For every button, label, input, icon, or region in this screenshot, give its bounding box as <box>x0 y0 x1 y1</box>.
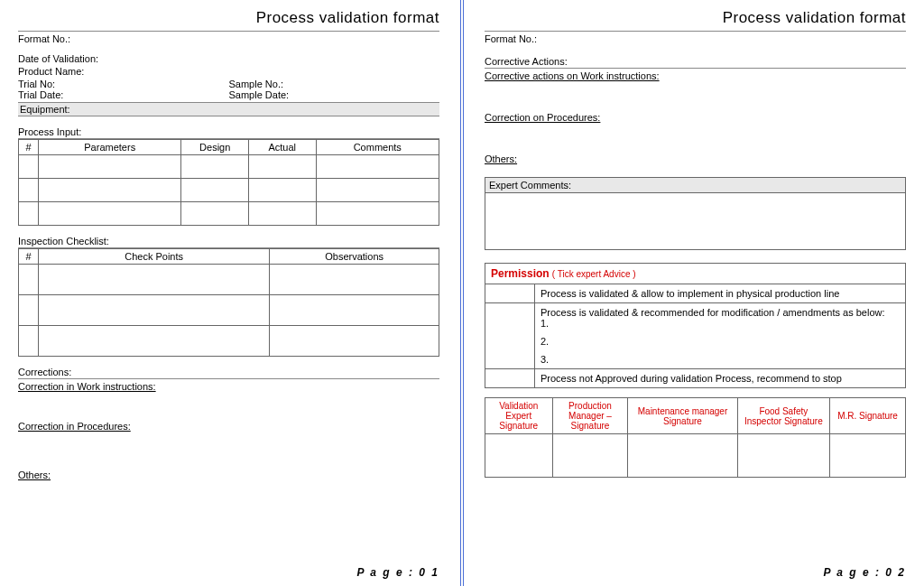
ic-col-checkpoints: Check Points <box>39 249 270 265</box>
ic-col-num: # <box>19 249 39 265</box>
permission-option-row: Process is validated & allow to implemen… <box>485 284 906 303</box>
expert-comments-heading: Expert Comments: <box>485 178 905 193</box>
pi-col-num: # <box>19 140 39 155</box>
trial-sample-row-1: Trial No: Sample No.: <box>18 79 439 89</box>
process-input-table: # Parameters Design Actual Comments <box>18 139 439 226</box>
format-no-label: Format No.: <box>18 33 439 44</box>
permission-option-2-item-3: 3. <box>541 354 900 365</box>
permission-option-2-intro: Process is validated & recommended for m… <box>541 307 900 318</box>
trial-no-label: Trial No: <box>18 79 229 89</box>
permission-subheading: ( Tick expert Advice ) <box>552 269 636 279</box>
permission-tick-cell[interactable] <box>485 369 535 388</box>
trial-sample-row-2: Trial Date: Sample Date: <box>18 89 439 100</box>
permission-heading: Permission <box>491 267 550 280</box>
corrections-heading: Corrections: <box>18 366 439 379</box>
page-title: Process validation format <box>18 9 439 32</box>
permission-option-2-item-1: 1. <box>541 318 900 329</box>
sig-production-manager: Production Manager – Signature <box>552 398 628 434</box>
table-row <box>19 295 439 326</box>
permission-option-row: Process not Approved during validation P… <box>485 369 906 388</box>
sample-no-label: Sample No.: <box>229 79 440 89</box>
signature-cell[interactable] <box>485 434 553 478</box>
pi-col-params: Parameters <box>39 140 181 155</box>
date-of-validation-label: Date of Validation: <box>18 53 439 64</box>
expert-comments-body <box>485 193 905 249</box>
corrective-actions-work: Corrective actions on Work instructions: <box>485 70 906 81</box>
signature-cell[interactable] <box>552 434 628 478</box>
permission-option-2-item-2: 2. <box>541 336 900 347</box>
permission-tick-cell[interactable] <box>485 303 535 369</box>
two-page-spread: Process validation format Format No.: Da… <box>0 0 924 586</box>
format-no-label: Format No.: <box>485 33 906 44</box>
ic-col-obs: Observations <box>270 249 439 265</box>
inspection-checklist-heading: Inspection Checklist: <box>18 235 439 248</box>
table-row <box>19 202 439 226</box>
signature-cell[interactable] <box>628 434 737 478</box>
permission-tick-cell[interactable] <box>485 284 535 303</box>
signature-table: Validation Expert Signature Production M… <box>485 397 906 478</box>
table-row <box>19 326 439 357</box>
page-1: Process validation format Format No.: Da… <box>0 0 457 586</box>
process-input-heading: Process Input: <box>18 126 439 139</box>
page-footer: P a g e : 0 2 <box>823 566 906 579</box>
pi-col-actual: Actual <box>248 140 316 155</box>
correction-procedures: Correction in Procedures: <box>18 421 439 432</box>
table-row <box>19 265 439 295</box>
pi-col-design: Design <box>181 140 249 155</box>
permission-option-1: Process is validated & allow to implemen… <box>535 284 906 303</box>
permission-table: Permission ( Tick expert Advice ) Proces… <box>485 263 906 388</box>
product-name-label: Product Name: <box>18 66 439 77</box>
page-title: Process validation format <box>485 9 906 32</box>
trial-date-label: Trial Date: <box>18 89 229 100</box>
sample-date-label: Sample Date: <box>229 89 440 100</box>
sig-validation-expert: Validation Expert Signature <box>485 398 553 434</box>
sig-mr: M.R. Signature <box>830 398 906 434</box>
equipment-band: Equipment: <box>18 102 439 116</box>
corrective-actions-heading: Corrective Actions: <box>485 55 906 69</box>
correction-work-instructions: Correction in Work instructions: <box>18 381 439 392</box>
permission-option-3: Process not Approved during validation P… <box>535 369 906 388</box>
table-row <box>19 155 439 179</box>
page-footer: P a g e : 0 1 <box>356 566 439 579</box>
others-label: Others: <box>18 470 439 480</box>
table-row <box>19 179 439 202</box>
permission-option-2: Process is validated & recommended for m… <box>535 303 906 369</box>
signature-row <box>485 434 906 478</box>
sig-maintenance-manager: Maintenance manager Signature <box>628 398 737 434</box>
correction-on-procedures: Correction on Procedures: <box>485 112 906 123</box>
others-label: Others: <box>485 153 906 164</box>
permission-option-row: Process is validated & recommended for m… <box>485 303 906 369</box>
page-gutter <box>457 0 467 586</box>
signature-cell[interactable] <box>830 434 906 478</box>
inspection-checklist-table: # Check Points Observations <box>18 248 439 357</box>
sig-food-safety-inspector: Food Safety Inspector Signature <box>737 398 830 434</box>
expert-comments-box: Expert Comments: <box>485 177 906 250</box>
pi-col-comments: Comments <box>316 140 439 155</box>
signature-cell[interactable] <box>737 434 830 478</box>
page-2: Process validation format Format No.: Co… <box>467 0 924 586</box>
